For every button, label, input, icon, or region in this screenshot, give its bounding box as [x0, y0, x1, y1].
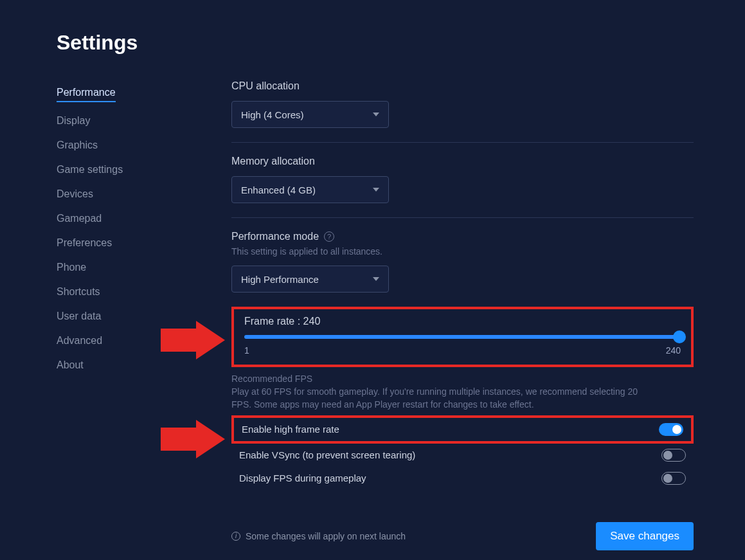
performance-mode-value: High Performance: [241, 274, 319, 285]
recommended-fps-title: Recommended FPS: [231, 374, 694, 384]
chevron-down-icon: [373, 113, 379, 116]
memory-allocation-value: Enhanced (4 GB): [241, 185, 316, 195]
divider: [231, 217, 694, 218]
frame-rate-section: Frame rate : 240 1 240: [231, 307, 694, 367]
enable-vsync-toggle[interactable]: [661, 449, 686, 462]
enable-high-frame-rate-label: Enable high frame rate: [242, 424, 339, 435]
sidebar-item-phone[interactable]: Phone: [57, 255, 185, 280]
performance-mode-select[interactable]: High Performance: [231, 266, 389, 293]
info-icon: i: [231, 532, 240, 541]
annotation-arrow-icon: [161, 321, 225, 359]
settings-sidebar: Performance Display Graphics Game settin…: [57, 80, 185, 550]
sidebar-item-graphics[interactable]: Graphics: [57, 133, 185, 158]
sidebar-item-performance[interactable]: Performance: [57, 80, 116, 102]
page-title: Settings: [57, 31, 694, 55]
performance-mode-label: Performance mode ?: [231, 231, 694, 242]
cpu-allocation-select[interactable]: High (4 Cores): [231, 101, 389, 128]
svg-marker-1: [161, 420, 225, 458]
footer-note: i Some changes will apply on next launch: [231, 531, 406, 541]
sidebar-item-display[interactable]: Display: [57, 109, 185, 133]
annotation-arrow-icon: [161, 420, 225, 458]
display-fps-toggle[interactable]: [661, 472, 686, 485]
cpu-allocation-label: CPU allocation: [231, 80, 694, 92]
sidebar-item-game-settings[interactable]: Game settings: [57, 158, 185, 182]
settings-panel: CPU allocation High (4 Cores) Memory all…: [231, 80, 694, 550]
sidebar-item-gamepad[interactable]: Gamepad: [57, 206, 185, 231]
sidebar-item-preferences[interactable]: Preferences: [57, 231, 185, 255]
sidebar-item-shortcuts[interactable]: Shortcuts: [57, 280, 185, 304]
frame-rate-max: 240: [666, 345, 681, 356]
enable-high-frame-rate-toggle[interactable]: [659, 423, 683, 436]
cpu-allocation-value: High (4 Cores): [241, 109, 304, 120]
svg-marker-0: [161, 321, 225, 359]
chevron-down-icon: [373, 277, 379, 281]
help-icon[interactable]: ?: [324, 231, 334, 242]
enable-high-frame-rate-row: Enable high frame rate: [231, 415, 694, 444]
memory-allocation-select[interactable]: Enhanced (4 GB): [231, 176, 389, 203]
save-changes-button[interactable]: Save changes: [596, 522, 694, 550]
display-fps-label: Display FPS during gameplay: [239, 473, 366, 483]
performance-mode-sublabel: This setting is applied to all instances…: [231, 246, 694, 257]
enable-vsync-label: Enable VSync (to prevent screen tearing): [239, 449, 415, 460]
frame-rate-label: Frame rate : 240: [244, 316, 681, 327]
sidebar-item-devices[interactable]: Devices: [57, 182, 185, 206]
frame-rate-slider[interactable]: [244, 335, 681, 339]
enable-vsync-row: Enable VSync (to prevent screen tearing): [231, 444, 694, 467]
display-fps-row: Display FPS during gameplay: [231, 467, 694, 490]
frame-rate-min: 1: [244, 345, 249, 356]
divider: [231, 142, 694, 143]
chevron-down-icon: [373, 188, 379, 192]
memory-allocation-label: Memory allocation: [231, 156, 694, 167]
slider-thumb[interactable]: [673, 330, 686, 343]
recommended-fps-text: Play at 60 FPS for smooth gameplay. If y…: [231, 385, 643, 411]
